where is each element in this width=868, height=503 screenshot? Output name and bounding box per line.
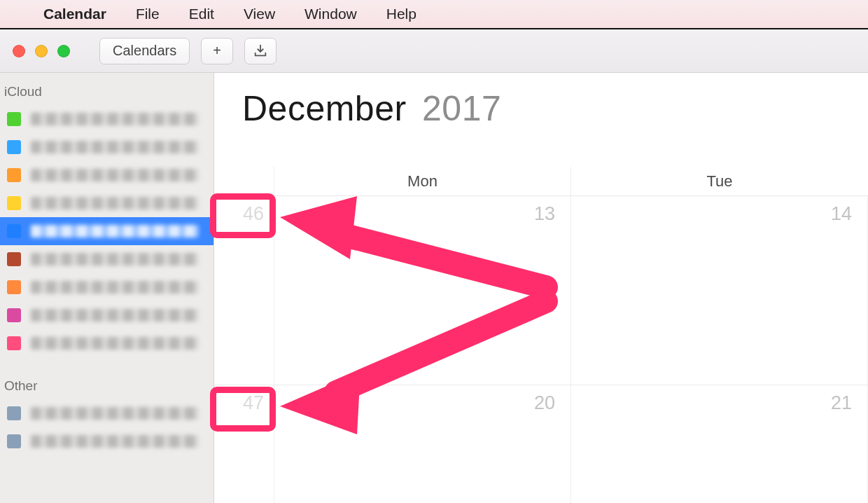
calendar-list-item[interactable]	[0, 301, 214, 329]
day-cell[interactable]: 20	[274, 385, 571, 503]
day-number: 13	[534, 203, 555, 225]
calendar-list-item[interactable]	[0, 133, 214, 161]
menubar-item-window[interactable]: Window	[304, 6, 357, 22]
day-cell[interactable]: 21	[571, 385, 868, 503]
day-cell[interactable]: 13	[274, 196, 571, 385]
sidebar-section-header: Other	[0, 374, 214, 399]
window-minimize-button[interactable]	[35, 45, 48, 57]
year-label: 2017	[422, 89, 501, 128]
menubar-item-view[interactable]: View	[244, 6, 275, 22]
week-row: 46 13 14	[214, 196, 868, 385]
window-zoom-button[interactable]	[57, 45, 70, 57]
calendars-toggle-label: Calendars	[113, 43, 176, 59]
calendar-content: December 2017 Mon Tue 46 13 14	[214, 73, 868, 503]
calendar-name-redacted	[31, 281, 199, 294]
day-number: 21	[831, 392, 852, 414]
calendar-name-redacted	[31, 141, 199, 153]
calendar-name-redacted	[31, 197, 199, 209]
calendars-toggle-button[interactable]: Calendars	[99, 38, 190, 64]
day-number: 14	[831, 203, 852, 225]
sidebar-section-icloud: iCloud	[0, 80, 214, 357]
calendar-color-swatch	[7, 434, 21, 448]
calendar-name-redacted	[31, 113, 199, 125]
calendar-list-item[interactable]	[0, 245, 214, 273]
calendar-color-swatch	[7, 252, 21, 266]
calendar-color-swatch	[7, 406, 21, 420]
window-toolbar: Calendars +	[0, 29, 868, 73]
inbox-tray-icon	[253, 43, 268, 59]
menubar-app-name[interactable]: Calendar	[43, 6, 106, 22]
day-header-row: Mon Tue	[214, 167, 868, 196]
inbox-button[interactable]	[244, 38, 276, 64]
calendar-list-item[interactable]	[0, 273, 214, 301]
calendar-name-redacted	[31, 169, 199, 181]
calendar-list-item[interactable]	[0, 399, 214, 427]
day-header-tue: Tue	[571, 167, 868, 195]
calendar-list-item-selected[interactable]	[0, 217, 214, 245]
macos-menubar: Calendar File Edit View Window Help	[0, 0, 868, 29]
calendar-color-swatch	[7, 336, 21, 350]
annotation-highlight-box	[210, 193, 276, 238]
calendar-name-redacted	[31, 337, 199, 350]
sidebar-section-other: Other	[0, 374, 214, 455]
calendar-name-redacted	[31, 435, 199, 448]
calendar-list-item[interactable]	[0, 329, 214, 357]
calendar-color-swatch	[7, 196, 21, 210]
day-cell[interactable]: 14	[571, 196, 868, 385]
calendar-color-swatch	[7, 168, 21, 182]
calendar-color-swatch	[7, 112, 21, 126]
day-header-mon: Mon	[274, 167, 571, 195]
calendar-list-item[interactable]	[0, 189, 214, 217]
calendar-list-item[interactable]	[0, 427, 214, 455]
calendar-name-redacted	[31, 407, 199, 420]
calendar-name-redacted	[31, 253, 199, 266]
calendar-name-redacted	[31, 309, 199, 322]
menubar-item-help[interactable]: Help	[386, 6, 416, 22]
month-year-title: December 2017	[214, 73, 868, 129]
add-event-button[interactable]: +	[201, 38, 233, 64]
calendar-color-swatch	[7, 308, 21, 322]
week-row: 47 20 21	[214, 385, 868, 503]
calendar-list-item[interactable]	[0, 105, 214, 133]
calendar-color-swatch	[7, 224, 21, 238]
calendar-color-swatch	[7, 140, 21, 154]
window-close-button[interactable]	[13, 45, 25, 57]
traffic-lights	[13, 45, 80, 57]
calendar-list-item[interactable]	[0, 161, 214, 189]
calendar-color-swatch	[7, 280, 21, 294]
plus-icon: +	[213, 43, 221, 59]
calendar-sidebar: iCloud Other	[0, 73, 214, 503]
month-label: December	[242, 89, 407, 128]
annotation-highlight-box	[210, 387, 276, 432]
week-number-header	[214, 167, 274, 195]
calendar-grid: Mon Tue 46 13 14 47 20	[214, 167, 868, 503]
menubar-item-edit[interactable]: Edit	[189, 6, 214, 22]
menubar-item-file[interactable]: File	[136, 6, 160, 22]
calendar-name-redacted	[31, 225, 199, 237]
day-number: 20	[534, 392, 555, 414]
sidebar-section-header: iCloud	[0, 80, 214, 105]
